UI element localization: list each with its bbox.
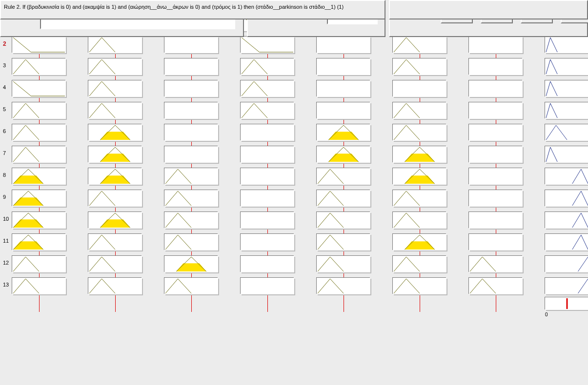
mf-cell[interactable] [469,212,523,229]
row-label-4[interactable]: 4 [3,84,11,90]
mf-cell[interactable] [469,80,523,97]
mf-cell[interactable] [393,146,446,163]
mf-cell[interactable] [241,37,294,53]
mf-cell[interactable] [317,124,370,141]
mf-cell[interactable] [393,58,446,75]
mf-cell[interactable] [12,146,66,163]
output-cell[interactable] [545,124,588,141]
output-cell[interactable] [545,190,588,207]
mf-cell[interactable] [241,146,294,163]
mf-cell[interactable] [393,234,446,250]
mf-cell[interactable] [164,80,218,97]
mf-cell[interactable] [393,190,446,207]
mf-cell[interactable] [88,278,142,294]
mf-cell[interactable] [164,146,218,163]
mf-cell[interactable] [317,37,370,53]
mf-cell[interactable] [12,256,66,272]
mf-cell[interactable] [317,80,370,97]
mf-cell[interactable] [393,212,446,229]
mf-cell[interactable] [164,234,218,250]
mf-cell[interactable] [88,37,142,53]
mf-cell[interactable] [241,278,294,294]
mf-cell[interactable] [317,256,370,272]
mf-cell[interactable] [317,58,370,75]
output-cell[interactable] [545,58,588,75]
output-cell[interactable] [545,278,588,294]
mf-cell[interactable] [12,102,66,119]
mf-cell[interactable] [88,80,142,97]
row-label-6[interactable]: 6 [3,128,11,134]
mf-cell[interactable] [393,80,446,97]
mf-cell[interactable] [88,190,142,207]
mf-cell[interactable] [164,190,218,207]
mf-cell[interactable] [469,234,523,250]
mf-cell[interactable] [393,124,446,141]
row-label-12[interactable]: 12 [3,260,11,266]
mf-cell[interactable] [241,124,294,141]
output-cell[interactable] [545,102,588,119]
mf-cell[interactable] [393,168,446,185]
row-label-11[interactable]: 11 [3,238,11,244]
mf-cell[interactable] [12,190,66,207]
mf-cell[interactable] [241,168,294,185]
mf-cell[interactable] [469,190,523,207]
mf-cell[interactable] [12,212,66,229]
mf-cell[interactable] [241,102,294,119]
mf-cell[interactable] [12,58,66,75]
mf-cell[interactable] [12,37,66,53]
mf-cell[interactable] [241,190,294,207]
aggregate-output[interactable] [545,297,588,310]
mf-cell[interactable] [88,256,142,272]
mf-cell[interactable] [164,124,218,141]
mf-cell[interactable] [241,234,294,250]
row-label-3[interactable]: 3 [3,62,11,68]
mf-cell[interactable] [88,146,142,163]
mf-cell[interactable] [88,212,142,229]
mf-cell[interactable] [88,102,142,119]
mf-cell[interactable] [317,168,370,185]
mf-cell[interactable] [393,37,446,53]
mf-cell[interactable] [88,234,142,250]
mf-cell[interactable] [241,80,294,97]
output-cell[interactable] [545,37,588,53]
output-cell[interactable] [545,256,588,272]
mf-cell[interactable] [241,212,294,229]
mf-cell[interactable] [12,168,66,185]
mf-cell[interactable] [393,278,446,294]
mf-cell[interactable] [393,102,446,119]
mf-cell[interactable] [241,58,294,75]
mf-cell[interactable] [164,212,218,229]
row-label-5[interactable]: 5 [3,106,11,112]
mf-cell[interactable] [469,168,523,185]
mf-cell[interactable] [317,102,370,119]
mf-cell[interactable] [88,124,142,141]
mf-cell[interactable] [12,234,66,250]
mf-cell[interactable] [317,146,370,163]
mf-cell[interactable] [317,190,370,207]
mf-cell[interactable] [469,37,523,53]
mf-cell[interactable] [317,212,370,229]
mf-cell[interactable] [469,58,523,75]
mf-cell[interactable] [164,168,218,185]
mf-cell[interactable] [12,80,66,97]
output-cell[interactable] [545,168,588,185]
mf-cell[interactable] [469,102,523,119]
mf-cell[interactable] [241,256,294,272]
row-label-10[interactable]: 10 [3,216,11,222]
mf-cell[interactable] [317,278,370,294]
mf-cell[interactable] [164,256,218,272]
mf-cell[interactable] [469,256,523,272]
mf-cell[interactable] [164,102,218,119]
output-cell[interactable] [545,146,588,163]
row-label-9[interactable]: 9 [3,194,11,200]
output-cell[interactable] [545,80,588,97]
mf-cell[interactable] [88,168,142,185]
mf-cell[interactable] [469,278,523,294]
row-label-13[interactable]: 13 [3,282,11,288]
mf-cell[interactable] [469,124,523,141]
mf-cell[interactable] [469,146,523,163]
row-label-8[interactable]: 8 [3,172,11,178]
row-label-7[interactable]: 7 [3,150,11,156]
mf-cell[interactable] [164,37,218,53]
mf-cell[interactable] [164,278,218,294]
